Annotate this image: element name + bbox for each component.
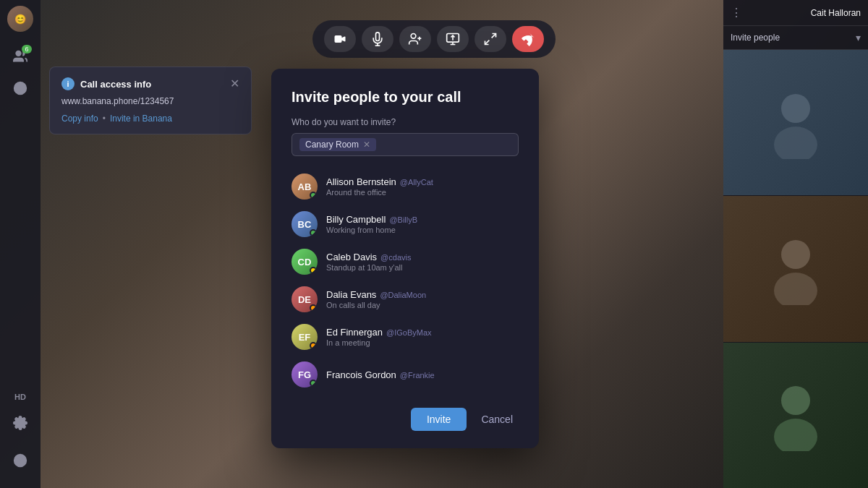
invite-search-input[interactable]	[379, 140, 511, 150]
person-name-row: Billy Campbell @BillyB	[326, 214, 519, 225]
person-handle: @AllyCat	[400, 178, 433, 187]
status-dot	[310, 192, 317, 199]
person-info: Dalia Evans @DaliaMoon On calls all day	[326, 289, 519, 309]
status-dot	[310, 380, 317, 387]
invite-tag-text: Canary Room	[305, 140, 359, 150]
person-status: On calls all day	[326, 301, 519, 309]
modal-title: Invite people to your call	[292, 89, 519, 106]
person-name: Dalia Evans	[326, 289, 376, 300]
person-status: Standup at 10am y'all	[326, 263, 519, 272]
invite-modal: Invite people to your call Who do you wa…	[271, 69, 539, 448]
person-name-row: Dalia Evans @DaliaMoon	[326, 289, 519, 300]
invite-tag-close[interactable]: ✕	[363, 140, 370, 150]
person-handle: @IGoByMax	[386, 328, 432, 337]
modal-buttons: Invite Cancel	[292, 408, 519, 431]
person-name-row: Ed Finnergan @IGoByMax	[326, 327, 519, 338]
list-item[interactable]: FG Francois Gordon @Frankie	[292, 356, 519, 393]
list-item[interactable]: CD Caleb Davis @cdavis Standup at 10am y…	[292, 243, 519, 281]
person-name-row: Francois Gordon @Frankie	[326, 369, 519, 380]
status-dot	[310, 267, 317, 274]
person-info: Francois Gordon @Frankie	[326, 369, 519, 380]
list-item[interactable]: AB Allison Bernstein @AllyCat Around the…	[292, 168, 519, 205]
person-info: Caleb Davis @cdavis Standup at 10am y'al…	[326, 252, 519, 272]
cancel-button[interactable]: Cancel	[475, 408, 519, 431]
avatar: AB	[292, 174, 318, 200]
status-dot	[310, 229, 317, 236]
person-handle: @BillyB	[389, 215, 417, 224]
avatar: BC	[292, 211, 318, 237]
person-name: Francois Gordon	[326, 369, 396, 380]
person-name-row: Caleb Davis @cdavis	[326, 252, 519, 262]
person-handle: @Frankie	[400, 371, 435, 380]
modal-label: Who do you want to invite?	[292, 117, 519, 127]
invite-button[interactable]: Invite	[411, 408, 467, 431]
avatar: CD	[292, 249, 318, 275]
list-item[interactable]: BC Billy Campbell @BillyB Working from h…	[292, 205, 519, 243]
person-name: Ed Finnergan	[326, 327, 383, 338]
person-handle: @DaliaMoon	[380, 291, 426, 299]
person-info: Allison Bernstein @AllyCat Around the of…	[326, 176, 519, 197]
avatar: FG	[292, 361, 318, 388]
people-list: AB Allison Bernstein @AllyCat Around the…	[292, 168, 519, 393]
person-name: Caleb Davis	[326, 252, 377, 262]
person-status: In a meeting	[326, 338, 519, 347]
invite-tag-canary: Canary Room ✕	[299, 138, 376, 151]
invite-input-row[interactable]: Canary Room ✕	[292, 133, 519, 156]
person-info: Ed Finnergan @IGoByMax In a meeting	[326, 327, 519, 347]
person-name: Billy Campbell	[326, 214, 386, 225]
avatar: EF	[292, 324, 318, 350]
person-name: Allison Bernstein	[326, 176, 396, 187]
avatar: DE	[292, 286, 318, 312]
person-status: Around the office	[326, 188, 519, 197]
status-dot	[310, 342, 317, 349]
person-info: Billy Campbell @BillyB Working from home	[326, 214, 519, 234]
list-item[interactable]: EF Ed Finnergan @IGoByMax In a meeting	[292, 318, 519, 356]
person-status: Working from home	[326, 226, 519, 234]
person-name-row: Allison Bernstein @AllyCat	[326, 176, 519, 187]
list-item[interactable]: DE Dalia Evans @DaliaMoon On calls all d…	[292, 281, 519, 318]
person-handle: @cdavis	[380, 253, 411, 262]
status-dot	[310, 304, 317, 312]
modal-overlay: Invite people to your call Who do you wa…	[0, 0, 868, 488]
